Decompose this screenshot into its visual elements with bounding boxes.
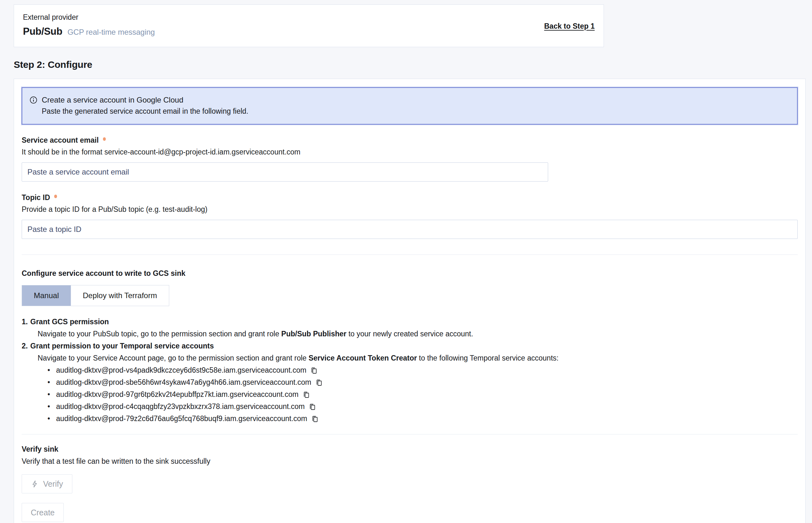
info-banner-title-row: Create a service account in Google Cloud [29, 95, 790, 105]
topic-id-hint: Provide a topic ID for a Pub/Sub topic (… [22, 205, 798, 214]
section-divider [22, 434, 798, 434]
step-title-row: 2. Grant permission to your Temporal ser… [30, 340, 798, 352]
step-title-row: 1. Grant GCS permission [30, 315, 798, 328]
copy-button[interactable] [302, 391, 310, 399]
service-account-item: auditlog-dktxv@prod-79z2c6d76au6g5fcq768… [54, 413, 798, 425]
service-account-item: auditlog-dktxv@prod-sbe56h6wr4sykaw47a6y… [54, 376, 798, 388]
copy-button[interactable] [311, 415, 319, 423]
service-account-email-hint: It should be in the format service-accou… [22, 148, 798, 156]
verify-button-label: Verify [43, 480, 63, 489]
service-account-item: auditlog-dktxv@prod-vs4padk9dkczcey6d6st… [54, 364, 798, 376]
sink-section-heading: Configure service account to write to GC… [22, 269, 798, 278]
provider-eyebrow: External provider [23, 13, 155, 22]
service-account-item: auditlog-dktxv@prod-c4cqaqgbfzy23vpzkbxz… [54, 400, 798, 413]
configure-card: Create a service account in Google Cloud… [14, 79, 806, 523]
copy-icon [302, 391, 310, 399]
copy-icon [311, 415, 319, 423]
copy-icon [308, 403, 316, 411]
step-grant-gcs-permission: 1. Grant GCS permission Navigate to your… [30, 315, 798, 340]
manual-steps-list: 1. Grant GCS permission Navigate to your… [22, 315, 798, 425]
temporal-service-accounts-list: auditlog-dktxv@prod-vs4padk9dkczcey6d6st… [30, 364, 798, 425]
info-banner: Create a service account in Google Cloud… [22, 87, 798, 125]
section-divider [22, 254, 798, 255]
copy-button[interactable] [308, 403, 316, 411]
step-description: Navigate to your Service Account page, g… [30, 352, 798, 364]
provider-name: Pub/Sub [23, 26, 63, 37]
topic-id-label-text: Topic ID [22, 193, 50, 202]
step-desc-suffix: to the following Temporal service accoun… [417, 354, 558, 362]
service-account-email-label: Service account email [22, 136, 798, 145]
step-desc-prefix: Navigate to your Service Account page, g… [38, 354, 308, 362]
tab-manual[interactable]: Manual [22, 285, 71, 306]
topic-id-input[interactable] [22, 220, 798, 239]
role-name: Service Account Token Creator [308, 354, 417, 362]
copy-icon [310, 367, 318, 375]
service-account-email: auditlog-dktxv@prod-97gr6tp6zkv2t4epubff… [56, 388, 299, 400]
verify-sink-description: Verify that a test file can be written t… [22, 457, 798, 466]
copy-button[interactable] [310, 367, 318, 375]
provider-info: External provider Pub/Sub GCP real-time … [23, 13, 155, 37]
service-account-email: auditlog-dktxv@prod-79z2c6d76au6g5fcq768… [56, 413, 307, 425]
tab-deploy-with-terraform[interactable]: Deploy with Terraform [71, 285, 169, 306]
create-button[interactable]: Create [22, 503, 64, 522]
create-button-label: Create [31, 508, 54, 517]
step-title: Grant GCS permission [30, 315, 109, 328]
provider-title-row: Pub/Sub GCP real-time messaging [23, 26, 155, 37]
page-title: Step 2: Configure [14, 59, 812, 70]
required-dot [54, 195, 57, 198]
service-account-email: auditlog-dktxv@prod-sbe56h6wr4sykaw47a6y… [56, 376, 311, 388]
back-to-step-1-link[interactable]: Back to Step 1 [544, 22, 595, 31]
service-account-email: auditlog-dktxv@prod-vs4padk9dkczcey6d6st… [56, 364, 306, 376]
step-grant-temporal-permission: 2. Grant permission to your Temporal ser… [30, 340, 798, 425]
sink-config-tabs: Manual Deploy with Terraform [22, 285, 169, 306]
page: External provider Pub/Sub GCP real-time … [0, 0, 812, 523]
service-account-email-input[interactable] [22, 162, 548, 182]
required-dot [103, 137, 106, 141]
info-banner-description: Paste the generated service account emai… [29, 107, 790, 115]
role-name: Pub/Sub Publisher [281, 330, 347, 338]
verify-button[interactable]: Verify [22, 474, 72, 493]
provider-subtitle: GCP real-time messaging [68, 28, 155, 37]
service-account-item: auditlog-dktxv@prod-97gr6tp6zkv2t4epubff… [54, 388, 798, 400]
service-account-email-label-text: Service account email [22, 136, 99, 144]
copy-icon [315, 379, 323, 387]
step-description: Navigate to your PubSub topic, go to the… [30, 328, 798, 340]
step-desc-prefix: Navigate to your PubSub topic, go to the… [38, 330, 281, 338]
copy-button[interactable] [315, 379, 323, 387]
step-title: Grant permission to your Temporal servic… [30, 340, 214, 352]
service-account-email: auditlog-dktxv@prod-c4cqaqgbfzy23vpzkbxz… [56, 400, 305, 413]
provider-card: External provider Pub/Sub GCP real-time … [14, 4, 604, 47]
verify-sink-heading: Verify sink [22, 445, 798, 454]
lightning-bolt-icon [31, 480, 39, 488]
step-desc-suffix: to your newly created service account. [347, 330, 473, 338]
topic-id-label: Topic ID [22, 193, 798, 202]
info-banner-title: Create a service account in Google Cloud [42, 95, 183, 105]
info-icon [29, 96, 38, 104]
